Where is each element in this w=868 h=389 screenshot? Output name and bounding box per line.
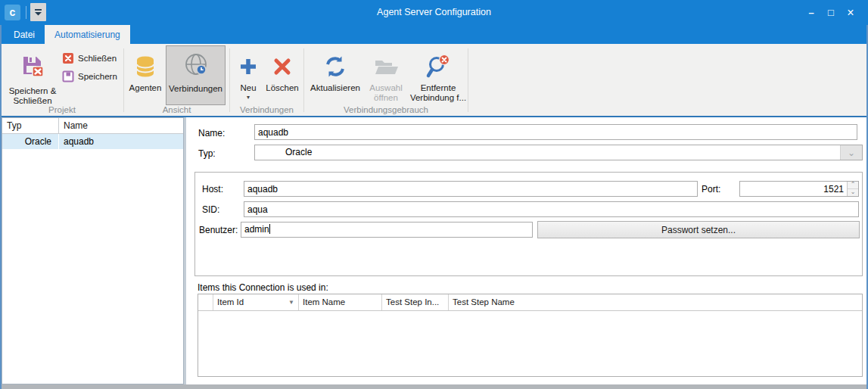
- column-header-item-name[interactable]: Item Name: [299, 294, 382, 310]
- user-label: Benutzer:: [199, 225, 238, 235]
- customize-toolbar-icon: [34, 9, 42, 16]
- ribbon-group-verbindungen: Verbindungen: [230, 105, 303, 115]
- item-id-label: Item Id: [217, 294, 244, 310]
- ribbon-separator: [229, 48, 230, 112]
- typ-combobox[interactable]: Oracle ⌄: [254, 145, 863, 160]
- spin-down-icon[interactable]: ⌄: [848, 189, 858, 196]
- connection-list-panel: Typ Name Oracle aquadb: [2, 117, 184, 384]
- sid-label: SID:: [202, 204, 219, 215]
- refresh-label: Aktualisieren: [310, 83, 360, 93]
- ribbon-group-verbindungsgebrauch: Verbindungsgebrauch: [304, 105, 468, 115]
- port-spin-buttons: ⌃ ⌄: [847, 182, 858, 196]
- sort-descending-icon[interactable]: ▼: [288, 294, 294, 310]
- ribbon-tabstrip: Datei Automatisierung: [0, 25, 868, 44]
- save-and-close-icon: [20, 51, 45, 80]
- name-input[interactable]: [254, 124, 857, 140]
- database-icon: [134, 51, 157, 82]
- close-project-label: Schließen: [78, 54, 117, 63]
- open-selection-label: Auswahl öffnen: [365, 83, 407, 103]
- ribbon-separator: [123, 48, 124, 112]
- connection-typ-cell: Oracle: [2, 134, 59, 149]
- main-content: Typ Name Oracle aquadb Name: Typ: Oracle…: [0, 117, 868, 384]
- save-icon: [62, 70, 74, 82]
- connections-view-label: Verbindungen: [169, 84, 222, 94]
- ribbon-separator: [468, 48, 468, 112]
- text-cursor: [269, 224, 270, 234]
- remote-connection-label: Entfernte Verbindung f...: [408, 83, 468, 103]
- typ-value: Oracle: [285, 145, 312, 160]
- column-header-name[interactable]: Name: [59, 118, 183, 133]
- column-header-test-step-in[interactable]: Test Step In...: [382, 294, 449, 310]
- window-controls: – □ ×: [801, 0, 860, 25]
- ribbon: Speichern & Schließen Schließen Speicher…: [0, 44, 868, 117]
- connection-row-oracle-aquadb[interactable]: Oracle aquadb: [2, 134, 183, 149]
- folder-open-icon: [373, 51, 399, 82]
- refresh-button[interactable]: Aktualisieren: [306, 47, 364, 106]
- column-header-typ[interactable]: Typ: [2, 118, 59, 133]
- usage-table-body: [198, 311, 862, 376]
- app-window: c Agent Server Configuration – □ × Datei…: [0, 0, 868, 389]
- close-project-button[interactable]: Schließen: [62, 51, 117, 66]
- name-label: Name:: [198, 128, 225, 138]
- ribbon-group-ansicht: Ansicht: [124, 105, 229, 115]
- port-spinner: ⌃ ⌄: [739, 181, 859, 197]
- connection-detail-panel: Name: Typ: Oracle ⌄ Host: Port: ⌃ ⌄ SID:: [186, 117, 866, 384]
- port-label: Port:: [702, 184, 720, 194]
- save-and-close-button[interactable]: Speichern & Schließen: [5, 47, 61, 106]
- maximize-button[interactable]: □: [821, 7, 841, 18]
- combo-dropdown-button[interactable]: ⌄: [840, 145, 862, 160]
- tab-automatisierung[interactable]: Automatisierung: [45, 25, 130, 44]
- usage-indicator-column: [198, 294, 213, 310]
- save-project-label: Speichern: [78, 72, 117, 81]
- connections-view-button[interactable]: Verbindungen: [166, 45, 226, 105]
- save-and-close-label: Speichern & Schließen: [5, 86, 61, 106]
- plus-icon: [238, 51, 258, 82]
- open-selection-button[interactable]: Auswahl öffnen: [365, 47, 407, 106]
- user-input[interactable]: admin: [241, 222, 533, 238]
- agents-label: Agenten: [129, 83, 162, 93]
- save-project-button[interactable]: Speichern: [62, 69, 117, 84]
- new-connection-label: Neu: [240, 83, 256, 93]
- chevron-down-icon: ▾: [247, 95, 250, 101]
- window-border-left: [0, 25, 2, 389]
- refresh-icon: [323, 51, 347, 82]
- ribbon-group-projekt: Projekt: [2, 105, 123, 115]
- remote-connection-button[interactable]: Entfernte Verbindung f...: [408, 47, 468, 106]
- set-password-button[interactable]: Passwort setzen...: [537, 221, 860, 238]
- host-label: Host:: [202, 184, 223, 194]
- usage-table: Item Id ▼ Item Name Test Step In... Test…: [198, 294, 863, 377]
- host-input[interactable]: [244, 181, 698, 197]
- delete-x-icon: [272, 51, 292, 82]
- new-connection-button[interactable]: Neu ▾: [233, 47, 263, 106]
- quick-access-dropdown-button[interactable]: [30, 3, 46, 21]
- ribbon-separator: [303, 48, 304, 112]
- minimize-button[interactable]: –: [801, 7, 821, 18]
- qat-separator: [26, 6, 26, 19]
- magnifier-x-icon: [425, 51, 451, 82]
- delete-connection-label: Löschen: [266, 83, 298, 93]
- connection-list-header: Typ Name: [2, 118, 183, 134]
- window-border-bottom: [0, 384, 868, 389]
- port-input[interactable]: [740, 182, 847, 196]
- agents-button[interactable]: Agenten: [126, 47, 165, 106]
- delete-connection-button[interactable]: Löschen: [264, 47, 300, 106]
- typ-label: Typ:: [198, 148, 216, 159]
- column-header-test-step-name[interactable]: Test Step Name: [449, 294, 862, 310]
- close-red-icon: [62, 52, 74, 64]
- column-header-item-id[interactable]: Item Id ▼: [213, 294, 299, 310]
- tab-datei[interactable]: Datei: [4, 25, 45, 44]
- window-title: Agent Server Configuration: [0, 0, 868, 25]
- chevron-down-icon: ⌄: [848, 148, 855, 158]
- user-value: admin: [244, 224, 269, 235]
- close-button[interactable]: ×: [841, 8, 860, 18]
- app-logo-icon[interactable]: c: [5, 5, 20, 20]
- connection-settings-groupbox: Host: Port: ⌃ ⌄ SID: Benutzer: admin Pas…: [194, 172, 863, 276]
- connection-name-cell: aquadb: [59, 134, 183, 149]
- globe-icon: [182, 49, 210, 82]
- titlebar: c Agent Server Configuration – □ ×: [0, 0, 868, 25]
- usage-caption: Items this Connection is used in:: [198, 282, 328, 293]
- usage-table-header: Item Id ▼ Item Name Test Step In... Test…: [198, 294, 862, 311]
- sid-input[interactable]: [244, 201, 859, 217]
